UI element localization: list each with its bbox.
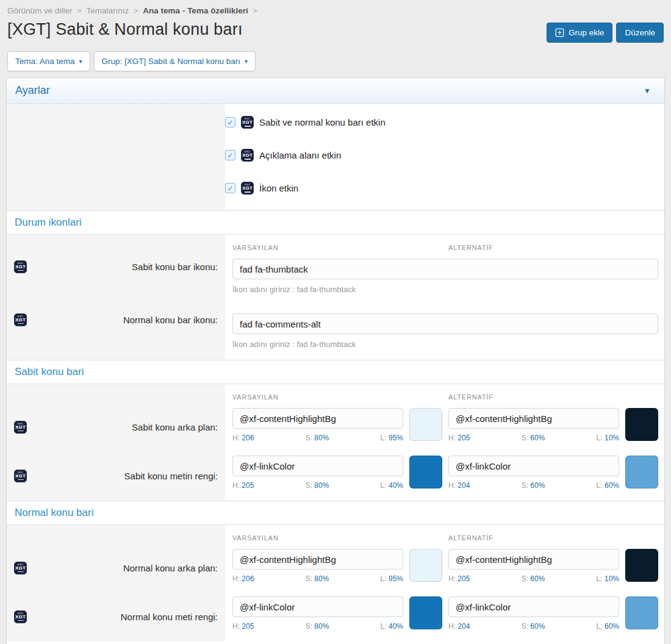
pinned-bg-default-swatch[interactable] xyxy=(409,408,442,441)
column-header-row: VARSAYILAN ALTERNATİF xyxy=(7,384,664,403)
field-label: Normal konu arka plan: xyxy=(123,563,218,573)
hsl-l-value: 40% xyxy=(389,622,403,631)
breadcrumb-item-appearance[interactable]: Görünüm ve diller xyxy=(7,6,73,15)
checkbox-bar-enabled[interactable]: ✓ xyxy=(225,117,235,127)
group-select-button[interactable]: Grup: [XGT] Sabit & Normal konu barı ▾ xyxy=(94,51,256,71)
pinned-bg-default-input[interactable] xyxy=(232,408,403,429)
normal-text-alt-swatch[interactable] xyxy=(625,596,658,629)
hsl-h-key: H: xyxy=(232,622,240,631)
xgt-addon-icon: XGCXGT xyxy=(241,182,254,195)
pinned-icon-input[interactable] xyxy=(232,259,658,279)
checkbox-icon-enabled[interactable]: ✓ xyxy=(225,183,235,193)
hsl-s-value: 60% xyxy=(530,434,545,442)
checkbox-row-icon-enabled: ✓ XGCXGT İkon etkin xyxy=(225,182,664,195)
caret-down-icon: ▾ xyxy=(245,59,248,65)
xgt-addon-icon: XGCXGT xyxy=(14,470,27,482)
checkbox-row-bar-enabled: ✓ XGCXGT Sabit ve normal konu barı etkin xyxy=(225,116,664,129)
normal-bg-alt-swatch[interactable] xyxy=(625,549,658,582)
field-row-normal-text-color: XGCXGT Normal konu meti rengi: H: 205 S:… xyxy=(7,592,664,642)
normal-bar-section-header: Normal konu bari xyxy=(7,501,664,525)
pinned-bg-alt-swatch[interactable] xyxy=(625,408,658,441)
checkbox-label: Açıklama alanı etkin xyxy=(259,150,341,160)
hsl-readout: H: 205 S: 80% L: 40% xyxy=(232,622,403,631)
hsl-l-key: L: xyxy=(381,481,387,490)
normal-bg-default-swatch[interactable] xyxy=(409,549,442,582)
checkbox-row-description-enabled: ✓ XGCXGT Açıklama alanı etkin xyxy=(225,149,664,162)
hsl-readout: H: 204 S: 60% L: 60% xyxy=(448,622,619,631)
breadcrumb-item-current[interactable]: Ana tema - Tema özellikleri xyxy=(143,6,248,15)
hsl-s-value: 80% xyxy=(314,574,329,583)
normal-text-default-input[interactable] xyxy=(232,596,403,617)
hsl-s-value: 60% xyxy=(530,622,545,631)
hsl-h-value: 205 xyxy=(458,434,470,442)
field-label: Sabit konu metin rengi: xyxy=(124,471,218,481)
xgt-addon-icon: XGCXGT xyxy=(14,313,27,326)
field-row-normal-bg: XGCXGT Normal konu arka plan: H: 206 S: … xyxy=(7,544,664,592)
field-label-cell: XGCXGT Sabit konu bar ikonu: xyxy=(7,254,225,279)
edit-button[interactable]: Düzenle xyxy=(616,23,664,43)
pinned-text-default-input[interactable] xyxy=(232,456,403,476)
hsl-l-key: L: xyxy=(597,622,603,631)
field-label-cell: XGCXGT Sabit konu metin rengi: xyxy=(7,451,225,501)
pinned-text-alt-input[interactable] xyxy=(448,456,619,476)
hsl-s-key: S: xyxy=(522,574,528,583)
collapse-arrow-icon[interactable]: ▼ xyxy=(644,87,651,95)
hsl-h-value: 206 xyxy=(242,574,254,583)
field-label: Normal konu meti rengi: xyxy=(121,612,218,622)
column-header-default: VARSAYILAN xyxy=(232,393,278,401)
hsl-s-value: 80% xyxy=(314,622,329,631)
column-header-default: VARSAYILAN xyxy=(232,244,278,251)
add-group-button[interactable]: Grup ekle xyxy=(547,23,613,43)
status-icons-section-header: Durum ikonlari xyxy=(7,210,664,235)
field-row-pinned-bg: XGCXGT Sabit konu arka plan: H: 206 S: 8… xyxy=(7,403,664,451)
hsl-l-value: 10% xyxy=(605,434,619,442)
hsl-h-key: H: xyxy=(448,622,456,631)
breadcrumb-separator: > xyxy=(253,7,257,15)
label-cell-empty xyxy=(7,104,225,210)
checkbox-description-enabled[interactable]: ✓ xyxy=(225,150,235,160)
page-header: Görünüm ve diller > Temalarınız > Ana te… xyxy=(0,0,671,71)
settings-section-header[interactable]: Ayarlar ▼ xyxy=(7,78,664,104)
checkbox-label: Sabit ve normal konu barı etkin xyxy=(259,117,386,127)
xgt-addon-icon: XGCXGT xyxy=(14,562,27,574)
pinned-bg-alt-input[interactable] xyxy=(448,408,619,429)
hsl-readout: H: 205 S: 80% L: 40% xyxy=(232,481,403,490)
group-select-label: Grup: [XGT] Sabit & Normal konu barı xyxy=(102,57,240,66)
normal-bg-default-input[interactable] xyxy=(232,549,403,570)
hsl-readout: H: 204 S: 60% L: 60% xyxy=(448,481,619,490)
hsl-l-key: L: xyxy=(597,434,603,442)
check-icon: ✓ xyxy=(227,185,233,192)
column-header-alternative: ALTERNATİF xyxy=(448,244,493,251)
pinned-text-default-swatch[interactable] xyxy=(409,456,442,488)
normal-text-alt-input[interactable] xyxy=(448,596,619,617)
hsl-h-value: 205 xyxy=(458,574,470,583)
label-cell-empty xyxy=(7,279,225,305)
theme-select-label: Tema: Ana tema xyxy=(15,57,75,66)
xgt-addon-icon: XGCXGT xyxy=(14,421,27,434)
normal-text-default-swatch[interactable] xyxy=(409,596,442,629)
hsl-h-value: 205 xyxy=(242,481,254,490)
pinned-text-alt-swatch[interactable] xyxy=(625,456,658,488)
page-title: [XGT] Sabit & Normal konu barı xyxy=(7,20,243,39)
settings-panel: Ayarlar ▼ ✓ XGCXGT Sabit ve normal konu … xyxy=(6,77,665,644)
breadcrumb-item-themes[interactable]: Temalarınız xyxy=(87,6,129,15)
hsl-l-value: 60% xyxy=(605,622,619,631)
add-group-button-label: Grup ekle xyxy=(569,28,605,37)
breadcrumb-separator: > xyxy=(77,7,82,15)
hsl-s-value: 80% xyxy=(314,481,329,490)
normal-bg-alt-input[interactable] xyxy=(448,549,619,570)
column-header-row: VARSAYILAN ALTERNATİF xyxy=(7,525,664,544)
hsl-l-key: L: xyxy=(381,574,387,583)
hsl-readout: H: 206 S: 80% L: 95% xyxy=(232,434,403,442)
label-cell-empty xyxy=(7,235,225,254)
theme-select-button[interactable]: Tema: Ana tema ▾ xyxy=(7,51,90,71)
field-label-cell: XGCXGT Normal konu arka plan: xyxy=(7,544,225,592)
hsl-s-value: 80% xyxy=(314,434,329,442)
normal-icon-input[interactable] xyxy=(232,313,658,334)
hsl-s-key: S: xyxy=(522,434,528,442)
panel-bottom-spacer xyxy=(7,642,664,644)
xgt-addon-icon: XGCXGT xyxy=(14,610,27,623)
hsl-l-key: L: xyxy=(381,434,387,442)
label-cell-empty xyxy=(7,384,225,403)
hsl-s-value: 60% xyxy=(530,481,545,490)
